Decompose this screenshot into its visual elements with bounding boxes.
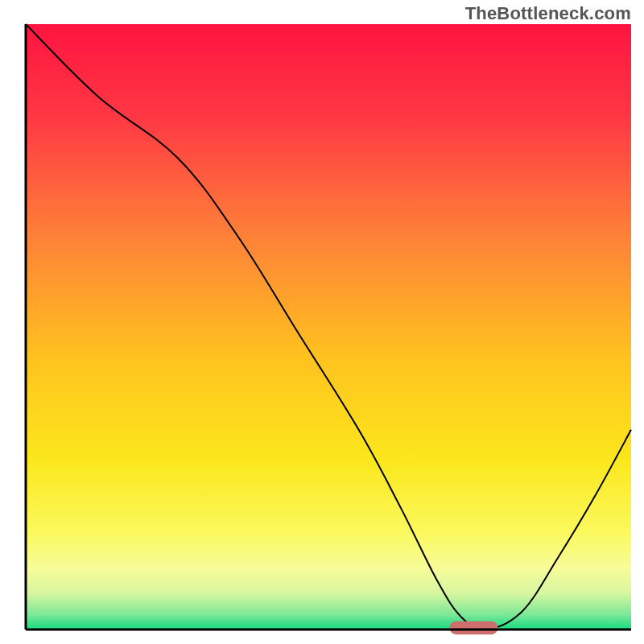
svg-rect-0: [26, 24, 631, 630]
chart-container: TheBottleneck.com: [0, 0, 644, 644]
plot-area: [26, 24, 631, 634]
optimal-marker: [449, 621, 497, 635]
watermark-text: TheBottleneck.com: [465, 3, 631, 24]
bottleneck-chart: [0, 0, 644, 644]
